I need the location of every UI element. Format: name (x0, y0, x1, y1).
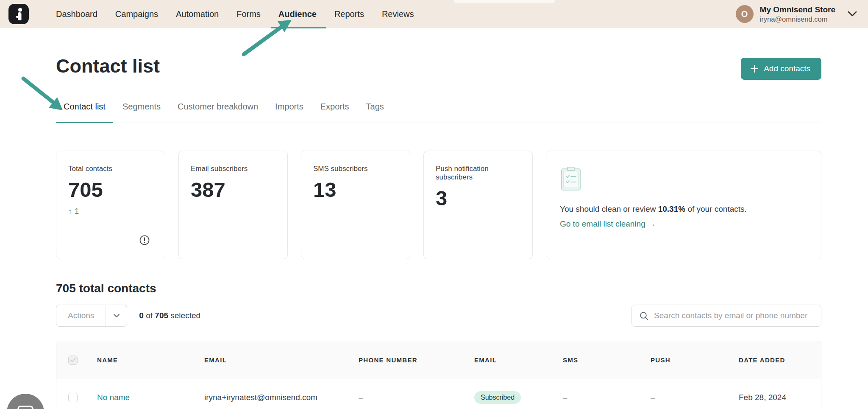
top-navigation-bar: Dashboard Campaigns Automation Forms Aud… (0, 0, 868, 28)
search-contacts-input[interactable] (654, 311, 813, 320)
stats-cards: Total contacts 705 ↑ 1 Email subscribers… (56, 151, 821, 259)
cleaning-message: You should clean or review 10.31% of you… (560, 204, 807, 214)
search-contacts-box[interactable] (632, 305, 821, 327)
selected-total: 705 (155, 311, 168, 320)
card-value: 387 (191, 179, 275, 201)
page-title: Contact list (56, 54, 821, 78)
email-list-cleaning-link[interactable]: Go to email list cleaning → (560, 219, 656, 229)
tab-customer-breakdown[interactable]: Customer breakdown (170, 102, 266, 123)
column-header-email-status: EMAIL (474, 356, 563, 364)
card-total-contacts: Total contacts 705 ↑ 1 (56, 151, 165, 259)
nav-item-automation[interactable]: Automation (176, 9, 219, 19)
add-contacts-label: Add contacts (764, 64, 810, 73)
nav-item-dashboard[interactable]: Dashboard (56, 9, 97, 19)
column-header-email: EMAIL (204, 356, 359, 364)
card-value: 705 (68, 179, 153, 201)
scrolled-element-remnant (453, 0, 555, 3)
actions-dropdown-button[interactable]: Actions (56, 305, 127, 327)
card-value: 3 (436, 188, 520, 209)
nav-item-audience[interactable]: Audience (278, 9, 317, 19)
card-push-subscribers: Push notification subscribers 3 (423, 151, 533, 259)
card-value: 13 (313, 179, 398, 201)
contact-date-added: Feb 28, 2024 (739, 393, 821, 402)
card-label: SMS subscribers (313, 165, 398, 173)
column-header-name: NAME (97, 356, 204, 364)
tab-segments[interactable]: Segments (115, 102, 168, 123)
selected-suffix: selected (170, 311, 200, 320)
chevron-down-icon[interactable] (106, 305, 127, 326)
selected-count: 0 (139, 311, 144, 320)
cleaning-message-suffix: of your contacts. (685, 204, 747, 213)
card-email-subscribers: Email subscribers 387 (178, 151, 288, 259)
delta-value: 1 (75, 207, 79, 216)
info-icon[interactable] (139, 235, 150, 245)
email-status-cell: Subscribed (474, 391, 563, 404)
row-checkbox[interactable] (68, 393, 78, 402)
audience-tabs: Contact list Segments Customer breakdown… (56, 102, 821, 123)
column-header-push: PUSH (651, 356, 739, 364)
card-label: Push notification subscribers (436, 165, 520, 182)
chat-icon (17, 405, 34, 409)
nav-item-forms[interactable]: Forms (236, 9, 261, 19)
contact-sms-status: – (563, 393, 651, 402)
nav-item-campaigns[interactable]: Campaigns (115, 9, 158, 19)
nav-item-reviews[interactable]: Reviews (382, 9, 414, 19)
store-name: My Omnisend Store (760, 5, 835, 15)
contacts-table: NAME EMAIL PHONE NUMBER EMAIL SMS PUSH D… (56, 341, 821, 408)
cleaning-message-prefix: You should clean or review (560, 204, 658, 213)
tab-exports[interactable]: Exports (313, 102, 357, 123)
column-header-sms: SMS (563, 356, 651, 364)
table-header-row: NAME EMAIL PHONE NUMBER EMAIL SMS PUSH D… (56, 341, 821, 379)
account-avatar: O (736, 5, 754, 23)
tab-imports[interactable]: Imports (267, 102, 311, 123)
column-header-date-added: DATE ADDED (739, 356, 821, 364)
omnisend-logo-icon (13, 8, 24, 20)
nav-item-reports[interactable]: Reports (334, 9, 364, 19)
actions-label: Actions (56, 305, 106, 326)
add-contacts-button[interactable]: Add contacts (741, 58, 821, 80)
contact-email: iryna+irynatest@omnisend.com (204, 393, 359, 402)
tab-contact-list[interactable]: Contact list (56, 102, 113, 123)
table-row: No name iryna+irynatest@omnisend.com – S… (56, 379, 821, 408)
subscribed-badge: Subscribed (474, 391, 521, 404)
contact-phone: – (359, 393, 474, 402)
main-nav: Dashboard Campaigns Automation Forms Aud… (56, 9, 414, 19)
cleaning-percent: 10.31% (658, 204, 685, 213)
plus-icon (750, 64, 759, 73)
card-label: Email subscribers (191, 165, 275, 173)
increase-arrow-icon: ↑ (68, 207, 72, 216)
total-contacts-heading: 705 total contacts (56, 282, 821, 295)
list-toolbar: Actions 0 of 705 selected (56, 305, 821, 327)
clipboard-icon (560, 166, 583, 191)
select-all-checkbox[interactable] (68, 356, 78, 365)
contact-name-link[interactable]: No name (97, 393, 204, 402)
selection-status: 0 of 705 selected (139, 311, 200, 320)
omnisend-logo[interactable] (8, 4, 29, 24)
tab-tags[interactable]: Tags (359, 102, 392, 123)
chevron-down-icon[interactable] (848, 11, 857, 17)
contact-push-status: – (651, 393, 739, 402)
card-label: Total contacts (68, 165, 153, 173)
account-email: iryna@omnisend.com (760, 15, 835, 24)
search-icon (640, 311, 648, 320)
selected-of: of (146, 311, 153, 320)
card-list-cleaning: You should clean or review 10.31% of you… (546, 151, 821, 259)
card-sms-subscribers: SMS subscribers 13 (301, 151, 410, 259)
card-delta: ↑ 1 (68, 207, 153, 216)
main-content: Contact list Add contacts Contact list S… (0, 28, 868, 408)
column-header-phone: PHONE NUMBER (359, 356, 474, 364)
account-info: My Omnisend Store iryna@omnisend.com (760, 5, 835, 23)
account-menu[interactable]: O My Omnisend Store iryna@omnisend.com (736, 5, 857, 23)
